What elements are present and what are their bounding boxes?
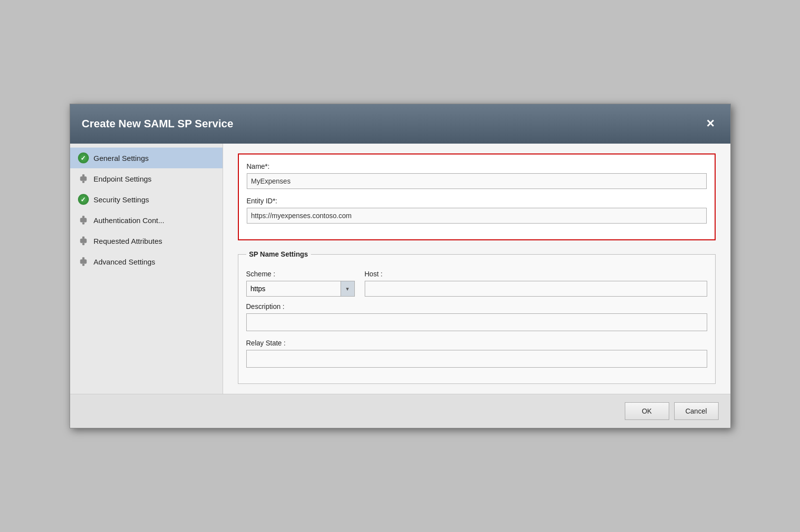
green-check-icon: ✓ bbox=[78, 152, 89, 163]
svg-rect-10 bbox=[80, 260, 86, 264]
scheme-host-row: Scheme : https http ▼ Host : bbox=[246, 270, 707, 297]
ok-button[interactable]: OK bbox=[625, 402, 669, 420]
green-check-icon-security: ✓ bbox=[78, 194, 89, 205]
svg-rect-5 bbox=[82, 222, 84, 224]
relay-state-field-group: Relay State : bbox=[246, 339, 707, 368]
sp-name-section-title: SP Name Settings bbox=[246, 250, 311, 258]
plug-icon-advanced bbox=[78, 256, 89, 267]
sidebar-label-endpoint-settings: Endpoint Settings bbox=[94, 175, 152, 183]
dialog-body: ✓ General Settings Endpoint Settings bbox=[70, 144, 730, 394]
name-label: Name*: bbox=[247, 162, 707, 170]
relay-state-label: Relay State : bbox=[246, 339, 707, 347]
host-label: Host : bbox=[365, 270, 707, 278]
entity-id-input[interactable] bbox=[247, 208, 707, 224]
sp-name-section: SP Name Settings Scheme : https http ▼ bbox=[238, 250, 716, 384]
plug-icon-auth bbox=[78, 215, 89, 226]
sidebar-item-endpoint-settings[interactable]: Endpoint Settings bbox=[70, 168, 223, 189]
sidebar-label-requested-attributes: Requested Attributes bbox=[94, 237, 162, 245]
sidebar-item-advanced-settings[interactable]: Advanced Settings bbox=[70, 251, 223, 272]
entity-id-field-group: Entity ID*: bbox=[247, 197, 707, 224]
dialog-title: Create New SAML SP Service bbox=[82, 117, 233, 130]
svg-rect-4 bbox=[80, 218, 86, 223]
svg-rect-1 bbox=[80, 177, 86, 181]
host-field-col: Host : bbox=[365, 270, 707, 297]
svg-rect-8 bbox=[82, 243, 84, 245]
sidebar-item-authentication-cont[interactable]: Authentication Cont... bbox=[70, 210, 223, 230]
create-saml-dialog: Create New SAML SP Service ✕ ✓ General S… bbox=[70, 104, 731, 428]
close-button[interactable]: ✕ bbox=[702, 116, 719, 131]
sidebar-item-general-settings[interactable]: ✓ General Settings bbox=[70, 148, 223, 168]
sidebar-label-security-settings: Security Settings bbox=[94, 195, 150, 204]
sidebar-label-advanced-settings: Advanced Settings bbox=[94, 258, 155, 266]
description-input[interactable] bbox=[246, 313, 707, 331]
svg-rect-7 bbox=[80, 239, 86, 243]
highlighted-fields-box: Name*: Entity ID*: bbox=[238, 153, 716, 240]
scheme-select-wrapper[interactable]: https http ▼ bbox=[246, 281, 355, 297]
plug-icon-endpoint bbox=[78, 173, 89, 184]
entity-id-label: Entity ID*: bbox=[247, 197, 707, 205]
dialog-footer: OK Cancel bbox=[70, 394, 730, 428]
plug-icon-requested bbox=[78, 235, 89, 246]
description-label: Description : bbox=[246, 303, 707, 310]
dialog-header: Create New SAML SP Service ✕ bbox=[70, 104, 730, 144]
scheme-label: Scheme : bbox=[246, 270, 355, 278]
chevron-down-icon: ▼ bbox=[341, 281, 354, 296]
svg-rect-11 bbox=[82, 264, 84, 266]
main-content: Name*: Entity ID*: SP Name Settings Sche… bbox=[223, 144, 730, 394]
sidebar-label-authentication-cont: Authentication Cont... bbox=[94, 216, 164, 225]
cancel-button[interactable]: Cancel bbox=[674, 402, 719, 420]
scheme-select[interactable]: https http bbox=[247, 283, 341, 295]
svg-rect-2 bbox=[82, 181, 84, 183]
sidebar-item-security-settings[interactable]: ✓ Security Settings bbox=[70, 189, 223, 210]
host-input[interactable] bbox=[365, 281, 707, 297]
name-field-group: Name*: bbox=[247, 162, 707, 189]
relay-state-input[interactable] bbox=[246, 350, 707, 368]
sidebar-item-requested-attributes[interactable]: Requested Attributes bbox=[70, 230, 223, 251]
name-input[interactable] bbox=[247, 173, 707, 189]
scheme-field-col: Scheme : https http ▼ bbox=[246, 270, 355, 297]
sidebar-label-general-settings: General Settings bbox=[94, 154, 149, 162]
description-field-group: Description : bbox=[246, 303, 707, 331]
sidebar: ✓ General Settings Endpoint Settings bbox=[70, 144, 223, 394]
